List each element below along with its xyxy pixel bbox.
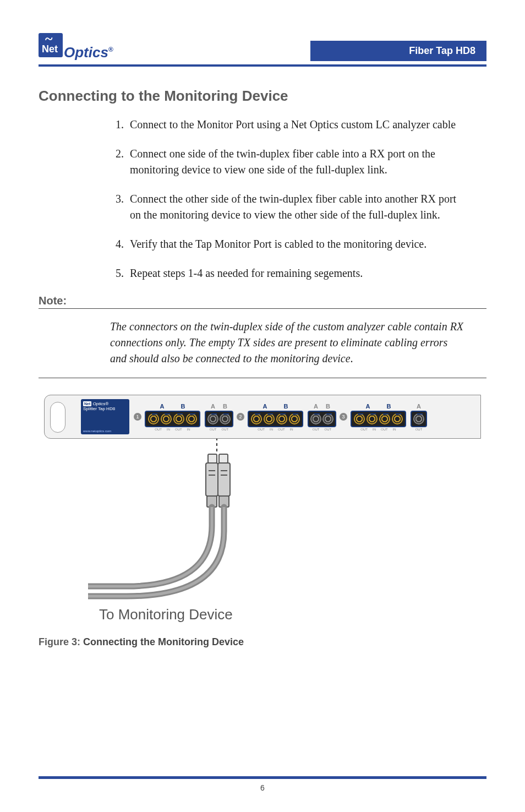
io-label: OUT: [175, 428, 182, 431]
product-badge: Fiber Tap HD8: [310, 41, 486, 61]
io-label: OUT: [155, 428, 162, 431]
fiber-port: [264, 413, 275, 424]
device-product-name: Splitter Tap HD8: [83, 406, 115, 411]
label-a: A: [211, 403, 215, 410]
label-b: B: [387, 403, 391, 410]
logo-registered: ®: [108, 46, 113, 53]
device-label-panel: Net Optics® Splitter Tap HD8 www.netopti…: [81, 399, 129, 434]
fiber-port: [173, 413, 184, 424]
label-a: A: [160, 403, 165, 410]
io-label: IN: [167, 428, 170, 431]
group-number-2: 2: [237, 413, 244, 421]
note-text: The connectors on the twin-duplex side o…: [110, 320, 463, 364]
io-label: OUT: [360, 428, 368, 431]
label-a: A: [314, 403, 318, 410]
note-period: .: [351, 352, 353, 364]
device-handle: [50, 402, 65, 433]
figure-diagram: Net Optics® Splitter Tap HD8 www.netopti…: [44, 395, 481, 623]
label-b: B: [181, 403, 185, 410]
io-label: OUT: [415, 428, 423, 431]
label-b: B: [284, 403, 288, 410]
note-closing-rule: [39, 378, 486, 378]
io-label: IN: [373, 428, 376, 431]
port-group-2-network: AB OUTINOUTIN: [248, 403, 303, 431]
label-a: A: [417, 403, 421, 410]
cable-diagram: [88, 438, 286, 603]
logo-mark: [39, 33, 63, 57]
io-label: IN: [393, 428, 396, 431]
label-b: B: [223, 403, 227, 410]
io-label: OUT: [325, 428, 332, 431]
monitor-port: [220, 413, 231, 424]
svg-rect-3: [206, 463, 218, 496]
device-url: www.netoptics.com: [83, 429, 111, 433]
io-label: OUT: [210, 428, 217, 431]
svg-rect-4: [218, 463, 230, 496]
section-heading: Connecting to the Monitoring Device: [39, 88, 486, 105]
step-item: Repeat steps 1-4 as needed for remaining…: [127, 265, 464, 281]
fiber-port: [276, 413, 287, 424]
page-header: Optics® Fiber Tap HD8: [39, 33, 486, 61]
io-label: OUT: [258, 428, 265, 431]
io-label: IN: [290, 428, 293, 431]
io-label: OUT: [381, 428, 388, 431]
note-body: The connectors on the twin-duplex side o…: [110, 319, 464, 367]
monitor-port: [413, 413, 424, 424]
page-number: 6: [0, 783, 525, 792]
footer-rule: [39, 776, 486, 779]
fiber-port: [289, 413, 300, 424]
figure-title: Connecting the Monitoring Device: [80, 636, 244, 647]
svg-rect-1: [208, 454, 217, 463]
device-front-panel: Net Optics® Splitter Tap HD8 www.netopti…: [44, 395, 481, 439]
label-b: B: [326, 403, 330, 410]
io-label: IN: [187, 428, 190, 431]
group-number-3: 3: [340, 413, 347, 421]
step-item: Verify that the Tap Monitor Port is cabl…: [127, 236, 464, 252]
step-item: Connect the other side of the twin-duple…: [127, 191, 464, 223]
monitor-port: [322, 413, 333, 424]
figure-label: Figure 3: Connecting the Monitoring Devi…: [39, 636, 486, 648]
step-item: Connect one side of the twin-duplex fibe…: [127, 146, 464, 178]
fiber-port: [161, 413, 172, 424]
monitor-port: [207, 413, 218, 424]
fiber-port: [148, 413, 159, 424]
mini-logo: Net: [83, 401, 91, 406]
diagram-caption: To Monitoring Device: [99, 606, 481, 623]
fiber-port: [251, 413, 262, 424]
svg-rect-2: [219, 454, 228, 463]
port-group-1-network: AB OUTINOUTIN: [145, 403, 200, 431]
port-group-1-monitor: AB OUTOUT: [205, 403, 233, 431]
fiber-port: [379, 413, 390, 424]
io-label: OUT: [222, 428, 229, 431]
io-label: OUT: [313, 428, 320, 431]
io-label: OUT: [278, 428, 285, 431]
logo-word: Optics: [64, 44, 108, 61]
io-label: IN: [270, 428, 273, 431]
step-item: Connect to the Monitor Port using a Net …: [127, 117, 464, 133]
note-label: Note:: [39, 295, 67, 307]
mini-optics: Optics®: [93, 401, 109, 406]
figure-number: Figure 3:: [39, 636, 80, 647]
port-group-3-network: AB OUTINOUTIN: [351, 403, 406, 431]
note-heading-row: Note:: [39, 295, 486, 309]
fiber-port: [367, 413, 378, 424]
port-group-3-partial: A OUT: [411, 403, 427, 431]
label-a: A: [366, 403, 370, 410]
fiber-port: [392, 413, 403, 424]
fiber-port: [186, 413, 197, 424]
logo-text: Optics®: [64, 44, 113, 61]
monitor-port: [310, 413, 321, 424]
header-rule: [39, 64, 486, 67]
fiber-port: [354, 413, 365, 424]
label-a: A: [263, 403, 267, 410]
port-group-2-monitor: AB OUTOUT: [308, 403, 336, 431]
instruction-list: Connect to the Monitor Port using a Net …: [127, 117, 464, 281]
group-number-1: 1: [134, 413, 141, 421]
brand-logo: Optics®: [39, 33, 113, 61]
